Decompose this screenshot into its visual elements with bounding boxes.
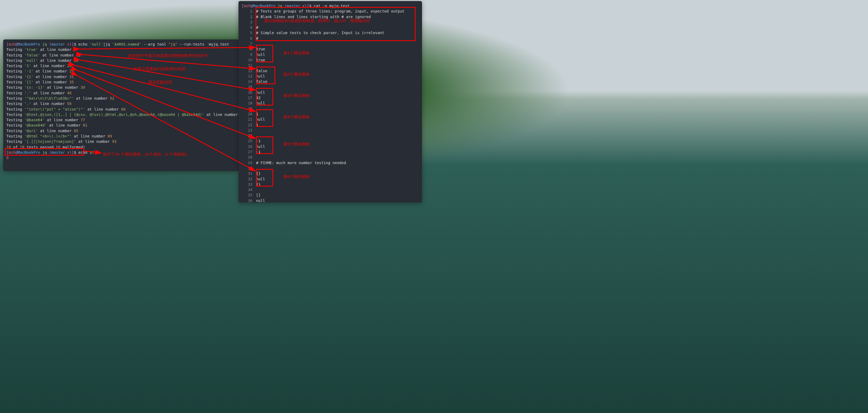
file-line: 4# (242, 25, 419, 30)
testing-line: Testing 'null' at line number 16 (6, 58, 236, 63)
file-line: 14false (242, 79, 419, 84)
file-line: 25-1 (242, 138, 419, 144)
file-line: 28 (242, 154, 419, 160)
file-line: 13null (242, 73, 419, 79)
right-file-lines: 1# Tests are groups of three lines: prog… (242, 8, 419, 203)
file-line: 221 (242, 122, 419, 128)
file-line: 33{} (242, 182, 419, 187)
file-line: 15 (242, 84, 419, 90)
testing-line: Testing '-1' at line number 25 (6, 68, 236, 74)
file-line: 1# Tests are groups of three lines: prog… (242, 8, 419, 14)
file-line: 12false (242, 68, 419, 73)
file-line: 35[] (242, 193, 419, 198)
file-line: 16null (242, 90, 419, 95)
file-line: 21null (242, 117, 419, 122)
file-line: 2# Blank lines and lines starting with #… (242, 14, 419, 20)
file-line: 32null (242, 176, 419, 182)
file-line: 36null (242, 198, 419, 203)
file-line: 8true (242, 46, 419, 52)
file-line: 29# FIXME: much more number testing need… (242, 160, 419, 166)
file-line: 19 (242, 106, 419, 111)
file-line: 1742 (242, 95, 419, 100)
testing-line: Testing '{x: -1}' at line number 39 (6, 85, 236, 90)
right-command-line: [mzh@MacBookPro jq (master ✗)]$ cat -n m… (242, 3, 419, 8)
left-summary: 18 of 18 tests passed (0 malformed) (6, 144, 236, 150)
testing-line: Testing '.' at line number 56 (6, 101, 236, 106)
testing-line: Testing '[.[]|tojson|fromjson]' at line … (6, 139, 236, 144)
file-line: 30 (242, 166, 419, 171)
testing-line: Testing '@base64d' at line number 81 (6, 123, 236, 128)
testing-line: Testing '@uri' at line number 85 (6, 128, 236, 134)
file-line: 9null (242, 52, 419, 57)
file-line: 26null (242, 144, 419, 149)
testing-line: Testing '@base64' at line number 77 (6, 117, 236, 123)
testing-line: Testing '{}' at line number 31 (6, 74, 236, 79)
testing-line: Testing '1' at line number 20 (6, 63, 236, 68)
file-line: 31{} (242, 171, 419, 176)
left-command-line: [mzh@MacBookPro jq (master ✗)]$ echo 'nu… (6, 41, 236, 47)
file-line: 34 (242, 187, 419, 193)
testing-line: Testing 'false' at line number 12 (6, 53, 236, 58)
testing-line: Testing '.' at line number 46 (6, 90, 236, 96)
left-status-value: 0 (6, 155, 236, 161)
terminal-right[interactable]: [mzh@MacBookPro jq (master ✗)]$ cat -n m… (239, 1, 422, 203)
file-line: 10true (242, 57, 419, 63)
file-line: 24 (242, 133, 419, 138)
left-tests-list: Testing 'true' at line number 8Testing '… (6, 47, 236, 144)
testing-line: Testing '@text,@json,([1,.] | (@csv, @ts… (6, 112, 236, 117)
file-line: 18null (242, 100, 419, 106)
file-line: 6# (242, 36, 419, 41)
file-line: 3 (242, 20, 419, 25)
file-line: 201 (242, 111, 419, 117)
file-line: 11 (242, 63, 419, 68)
testing-line: Testing '@html "<b>\(.)</b>"' at line nu… (6, 134, 236, 139)
left-prompt-2: [mzh@MacBookPro jq (master ✗)]$ echo $? (6, 150, 236, 155)
terminal-left[interactable]: [mzh@MacBookPro jq (master ✗)]$ echo 'nu… (3, 39, 239, 171)
testing-line: Testing '"Aa\r\n\t\b\f\u03bc"' at line n… (6, 96, 236, 101)
testing-line: Testing 'true' at line number 8 (6, 47, 236, 52)
file-line: 7 (242, 41, 419, 46)
testing-line: Testing '[]' at line number 35 (6, 79, 236, 85)
file-line: 27-1 (242, 149, 419, 154)
file-line: 23 (242, 128, 419, 133)
testing-line: Testing '"inter\("pol" + "ation")"' at l… (6, 107, 236, 112)
file-line: 5# Simple value tests to check parser. I… (242, 30, 419, 35)
